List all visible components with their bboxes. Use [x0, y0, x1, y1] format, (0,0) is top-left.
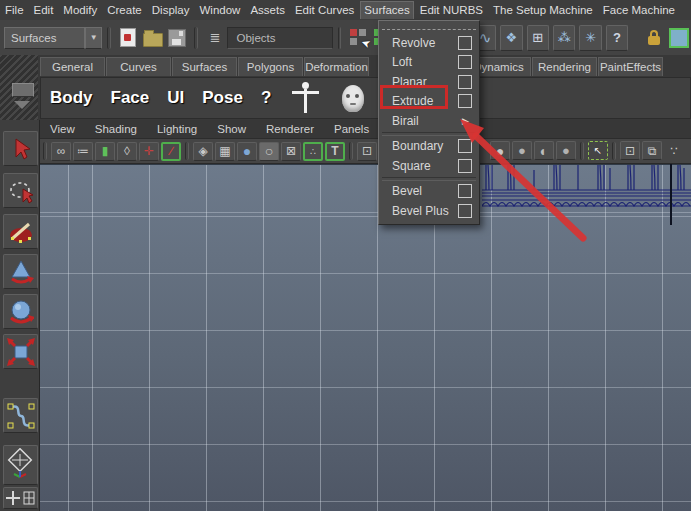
shelf-button-help[interactable]: ? [261, 88, 271, 108]
shelf-tab-rendering[interactable]: Rendering [532, 57, 597, 76]
menu-edit-curves[interactable]: Edit Curves [291, 1, 358, 19]
menu-window[interactable]: Window [195, 1, 244, 19]
panel-menu-show[interactable]: Show [207, 123, 256, 135]
paint-select-tool-button[interactable] [3, 214, 38, 249]
render-sphere-button[interactable]: ✳ [579, 25, 601, 51]
shaded-display-button[interactable]: ● [237, 142, 257, 161]
shelf-tab-surfaces[interactable]: Surfaces [172, 57, 237, 76]
menuset-dropdown-arrow[interactable]: ▼ [85, 27, 102, 49]
view-grid-button[interactable]: ◊ [117, 142, 137, 161]
menu-face-machine[interactable]: Face Machine [599, 1, 679, 19]
menu-create[interactable]: Create [103, 1, 146, 19]
lasso-icon [8, 178, 34, 204]
open-scene-button[interactable] [143, 26, 163, 50]
annotation-arrow [430, 104, 600, 254]
wire-cube-button[interactable]: ⊡ [357, 142, 377, 161]
share-button[interactable]: ∵ [664, 141, 684, 160]
menu-item-loft[interactable]: Loft [379, 53, 479, 73]
shelf-tab-deformation[interactable]: Deformation [304, 57, 369, 76]
scale-cube-icon [7, 338, 35, 366]
option-box-icon[interactable] [458, 55, 472, 69]
menu-edit-nurbs[interactable]: Edit NURBS [416, 1, 487, 19]
textured-display-button[interactable]: ⊠ [281, 142, 301, 161]
render-sphere-icon: ✳ [585, 30, 596, 45]
panel-menu-view[interactable]: View [40, 123, 85, 135]
camera-attributes-button[interactable]: ∞ [51, 142, 71, 161]
plane-icon: ◊ [124, 144, 130, 158]
toolbar-divider [194, 27, 198, 49]
menu-tearoff-handle[interactable] [382, 23, 476, 30]
toolbar-divider [338, 27, 342, 49]
marquee-tool-button[interactable]: ⊞ [527, 25, 549, 51]
wireframe-on-shaded-button[interactable]: ○ [259, 142, 279, 161]
resolution-gate-button[interactable]: ▦ [215, 142, 235, 161]
camera-icon: ∞ [57, 144, 66, 158]
menu-surfaces[interactable]: Surfaces [360, 1, 413, 19]
shelf-button-face[interactable]: Face [111, 88, 150, 108]
shelf-tab-curves[interactable]: Curves [106, 57, 171, 76]
shelf-button-body[interactable]: Body [50, 88, 93, 108]
select-hierarchy-button[interactable]: ➤ [348, 26, 368, 50]
overlap-panes-button[interactable]: ⧉ [642, 141, 662, 160]
curve-tool-icon [7, 402, 35, 430]
new-scene-button[interactable] [118, 26, 138, 50]
bookmark-button[interactable]: ≔ [73, 142, 93, 161]
brush-icon: ∕ [170, 144, 172, 158]
tpose-figure-icon[interactable] [292, 82, 318, 114]
lasso-tool-button[interactable] [3, 173, 38, 208]
shelf-menu-button[interactable] [12, 83, 34, 97]
scale-tool-button[interactable] [3, 334, 38, 369]
particles-button[interactable]: ⁂ [553, 25, 575, 51]
panel-menu-lighting[interactable]: Lighting [147, 123, 207, 135]
option-box-icon[interactable] [458, 36, 472, 50]
face-mask-icon[interactable] [342, 85, 364, 112]
shelf-button-pose[interactable]: Pose [202, 88, 243, 108]
select-tool-button[interactable] [3, 131, 38, 166]
marquee-grid-icon: ⊞ [532, 30, 543, 45]
menu-file[interactable]: File [1, 1, 28, 19]
option-box-icon[interactable] [458, 75, 472, 89]
image-plane-button[interactable]: ▮ [95, 142, 115, 161]
save-scene-button[interactable] [167, 26, 187, 50]
shelf-menu-arrow-icon[interactable] [14, 101, 30, 109]
shelf-button-ui[interactable]: UI [167, 88, 184, 108]
highlight-selection-button[interactable] [669, 26, 689, 50]
surface-icon: ❖ [506, 30, 518, 45]
green-square-icon [669, 28, 689, 48]
lock-icon [648, 36, 660, 45]
shelf-tab-painteffects[interactable]: PaintEffects [598, 57, 663, 76]
paint-effects-panel-button[interactable]: ∕ [161, 142, 181, 161]
move-tool-button[interactable] [3, 254, 38, 289]
help-button[interactable]: ? [606, 25, 628, 51]
filter-button[interactable]: ≣ [205, 26, 225, 50]
surface-tool-button[interactable]: ❖ [500, 25, 522, 51]
shelf-tab-general[interactable]: General [40, 57, 105, 76]
xray-button[interactable]: ⊡ [620, 141, 640, 160]
x-box-icon: ⊠ [286, 144, 296, 158]
blue-sphere-icon: ● [243, 143, 251, 159]
menu-modify[interactable]: Modify [59, 1, 101, 19]
texture-toggle-button[interactable]: T [325, 142, 345, 161]
menu-setup-machine[interactable]: The Setup Machine [489, 1, 597, 19]
panel-menu-shading[interactable]: Shading [85, 123, 147, 135]
rotate-tool-button[interactable] [3, 294, 38, 329]
menu-item-revolve[interactable]: Revolve [379, 33, 479, 53]
toolbar-divider [107, 27, 111, 49]
vertical-curve-line [670, 164, 672, 225]
use-lights-button[interactable]: ∴ [303, 142, 323, 161]
menu-edit[interactable]: Edit [30, 1, 58, 19]
menuset-dropdown[interactable]: Surfaces [4, 27, 85, 49]
panel-menu-panels[interactable]: Panels [324, 123, 379, 135]
panel-menu-renderer[interactable]: Renderer [256, 123, 324, 135]
menu-display[interactable]: Display [148, 1, 194, 19]
four-view-layout-button[interactable] [3, 487, 38, 509]
lock-button[interactable] [644, 26, 664, 50]
new-scene-icon [120, 28, 136, 47]
selection-mask-field[interactable]: Objects [227, 27, 332, 49]
film-gate-button[interactable]: ◈ [193, 142, 213, 161]
shelf-tab-polygons[interactable]: Polygons [238, 57, 303, 76]
wand-button[interactable]: ✛ [139, 142, 159, 161]
menu-assets[interactable]: Assets [246, 1, 289, 19]
last-tool-button[interactable] [3, 398, 38, 433]
single-view-layout-button[interactable] [3, 445, 38, 485]
